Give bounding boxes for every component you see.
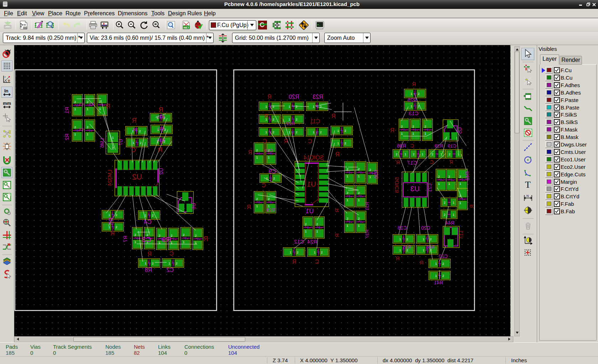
svg-text:C3: C3 xyxy=(142,236,151,243)
svg-text:C13: C13 xyxy=(409,110,419,116)
svg-text:NET: NET xyxy=(184,26,189,29)
svg-text:SOIC14: SOIC14 xyxy=(303,155,324,161)
svg-text:R35: R35 xyxy=(403,245,411,250)
svg-text:R: R xyxy=(395,255,399,261)
svg-text:C: C xyxy=(131,146,136,154)
svg-text:R40: R40 xyxy=(426,245,435,250)
svg-text:R: R xyxy=(419,259,423,266)
svg-text:R4: R4 xyxy=(133,127,138,132)
svg-text:R: R xyxy=(204,235,208,242)
svg-text:U5: U5 xyxy=(457,127,463,134)
svg-text:R26: R26 xyxy=(408,97,417,103)
svg-text:U6: U6 xyxy=(191,203,196,209)
svg-text:R: R xyxy=(284,138,288,144)
svg-text:C22: C22 xyxy=(439,253,448,259)
svg-text:R: R xyxy=(267,94,272,100)
svg-text:R23: R23 xyxy=(313,94,323,100)
svg-text:φ: φ xyxy=(8,79,10,82)
svg-text:C19: C19 xyxy=(448,143,456,149)
svg-text:R: R xyxy=(390,127,394,133)
svg-text:L17: L17 xyxy=(458,231,464,239)
svg-text:R41: R41 xyxy=(434,280,443,285)
svg-text:R: R xyxy=(331,113,336,119)
svg-text:R: R xyxy=(335,151,340,157)
svg-text:U2: U2 xyxy=(132,172,142,181)
svg-text:C: C xyxy=(430,159,434,165)
svg-text:R44: R44 xyxy=(445,220,455,226)
svg-text:R9: R9 xyxy=(162,236,171,243)
svg-text:SOIC8: SOIC8 xyxy=(394,177,400,193)
svg-text:R37: R37 xyxy=(364,230,370,238)
svg-text:C9: C9 xyxy=(269,168,276,175)
svg-text:R10: R10 xyxy=(157,138,164,142)
svg-text:R7: R7 xyxy=(122,235,128,242)
svg-text:N: N xyxy=(526,194,529,198)
svg-text:LM6: LM6 xyxy=(99,138,105,148)
svg-text:T: T xyxy=(525,180,531,189)
svg-text:C: C xyxy=(169,251,174,257)
svg-text:U3: U3 xyxy=(410,185,420,193)
svg-text:R: R xyxy=(396,159,400,165)
svg-text:R: R xyxy=(450,159,453,165)
svg-text:C4: C4 xyxy=(144,219,152,225)
svg-text:R39: R39 xyxy=(435,143,443,149)
svg-text:R: R xyxy=(132,117,137,124)
svg-text:LM324: LM324 xyxy=(106,170,112,186)
svg-text:R: R xyxy=(247,204,251,210)
svg-text:C: C xyxy=(410,143,414,149)
svg-text:R: R xyxy=(106,103,110,110)
svg-text:1: 1 xyxy=(112,136,114,139)
svg-text:R19: R19 xyxy=(267,207,275,213)
svg-text:R2: R2 xyxy=(64,133,70,140)
svg-text:C: C xyxy=(262,182,266,188)
svg-text:R: R xyxy=(264,113,268,119)
svg-text:R: R xyxy=(469,204,474,208)
svg-text:C17: C17 xyxy=(407,160,417,166)
svg-text:R12: R12 xyxy=(157,115,164,119)
svg-text:R: R xyxy=(147,251,152,257)
svg-text:mm: mm xyxy=(3,101,11,106)
svg-text:R31: R31 xyxy=(364,202,370,210)
svg-text:C12: C12 xyxy=(294,239,304,245)
svg-text:C21: C21 xyxy=(427,183,432,192)
svg-text:C2: C2 xyxy=(167,267,174,273)
svg-text:R20: R20 xyxy=(289,94,299,100)
svg-text:U1: U1 xyxy=(305,208,314,215)
svg-text:C20: C20 xyxy=(421,225,430,231)
svg-text:PB: PB xyxy=(24,27,26,29)
svg-text:R: R xyxy=(248,149,252,155)
svg-text:R: R xyxy=(412,81,416,87)
svg-text:U1: U1 xyxy=(307,180,316,188)
svg-text:C10: C10 xyxy=(264,148,273,153)
svg-text:C5: C5 xyxy=(79,102,84,106)
svg-text:R5: R5 xyxy=(108,218,114,225)
svg-text:R8: R8 xyxy=(145,267,152,273)
svg-text:R: R xyxy=(110,230,115,236)
svg-text:R1: R1 xyxy=(64,107,70,113)
svg-text:>_: >_ xyxy=(317,23,321,26)
svg-text:R11: R11 xyxy=(157,127,164,131)
svg-text:C18: C18 xyxy=(398,225,407,231)
svg-text:U7: U7 xyxy=(118,139,124,145)
svg-text:R43: R43 xyxy=(465,171,470,181)
svg-text:C6: C6 xyxy=(79,127,84,132)
svg-text:C: C xyxy=(308,138,312,144)
svg-text:R36: R36 xyxy=(397,143,406,149)
svg-text:C: C xyxy=(263,138,267,144)
svg-text:R3: R3 xyxy=(89,102,94,106)
svg-text:R24: R24 xyxy=(307,239,317,245)
svg-text:R22: R22 xyxy=(286,121,295,126)
svg-text:R: R xyxy=(158,146,163,154)
svg-text:R30: R30 xyxy=(373,170,379,179)
svg-text:R: R xyxy=(292,259,297,265)
svg-text:R: R xyxy=(334,209,340,213)
svg-text:U2: U2 xyxy=(158,168,164,175)
svg-text:R: R xyxy=(159,106,163,113)
svg-text:C: C xyxy=(315,259,319,265)
svg-text:C11: C11 xyxy=(310,118,320,124)
svg-text:r: r xyxy=(5,75,6,79)
svg-text:In: In xyxy=(4,88,9,93)
svg-text:R: R xyxy=(334,234,340,237)
